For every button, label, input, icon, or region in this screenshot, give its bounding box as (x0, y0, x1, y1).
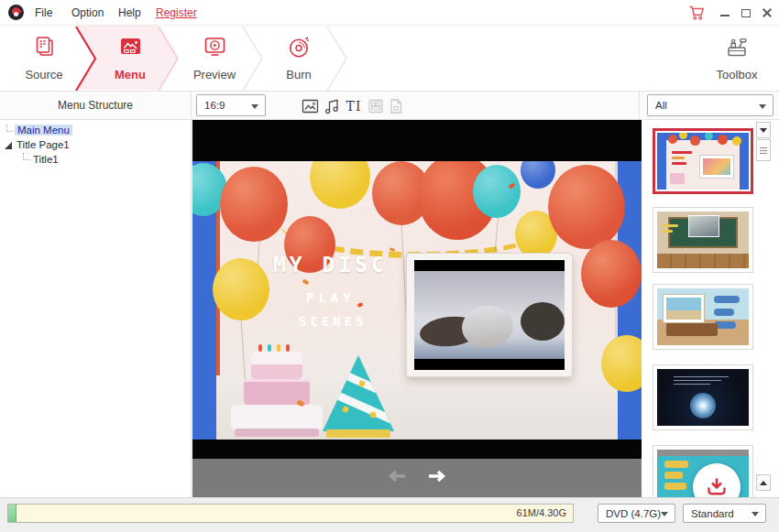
mini-disc (690, 393, 716, 418)
text-tool-icon: TI (346, 99, 362, 114)
candle (277, 344, 280, 352)
tree-branch-line (23, 153, 30, 160)
tree-item-title-page[interactable]: Title Page1 (0, 138, 70, 152)
party-hat-base (326, 429, 390, 438)
tab-menu-label: Menu (115, 68, 146, 81)
tree-expander-icon[interactable] (5, 142, 12, 149)
image-icon (301, 97, 320, 115)
mini-photo (688, 215, 719, 237)
mini-tv (699, 155, 734, 179)
menu-option[interactable]: Option (66, 0, 109, 26)
mini-text (672, 157, 685, 159)
app-logo-icon (8, 5, 24, 20)
template-category-select[interactable]: All (647, 94, 774, 116)
cake-tier (251, 352, 302, 379)
menu-icon (118, 35, 143, 62)
tab-menu[interactable]: Menu (88, 26, 172, 91)
template-birthday-selected[interactable] (653, 128, 753, 194)
menu-file[interactable]: File (29, 0, 58, 26)
cake-base (235, 429, 319, 437)
tree-item-title-page-label: Title Page1 (16, 139, 70, 150)
play-menu-text[interactable]: PLAY (306, 290, 356, 305)
video-frame[interactable] (406, 253, 573, 377)
tab-burn[interactable]: Burn (257, 26, 341, 91)
tab-source[interactable]: Source (2, 26, 86, 91)
chevron-down-icon (251, 104, 258, 113)
video-thumbnail-seals (414, 271, 565, 359)
template-scrollbar[interactable] (755, 120, 772, 497)
mini-label (714, 296, 740, 303)
toolbox-label: Toolbox (717, 68, 758, 81)
party-hat-cone (323, 355, 394, 431)
mini-floor (657, 254, 749, 268)
background-music-button[interactable] (321, 95, 343, 117)
chevron-down-icon (752, 512, 759, 520)
seal-shape (521, 302, 565, 341)
tree-item-main-menu[interactable]: Main Menu (0, 124, 72, 137)
template-beach[interactable] (653, 284, 753, 350)
close-button[interactable] (759, 5, 775, 21)
maximize-button[interactable] (738, 5, 754, 21)
candle (258, 344, 262, 352)
balloon (220, 167, 288, 242)
mini-photo-frame (663, 294, 705, 323)
preview-icon (203, 35, 227, 62)
cart-icon[interactable] (688, 5, 707, 21)
mini-balloon (705, 133, 713, 140)
tab-source-label: Source (25, 68, 62, 81)
capacity-label: 61M/4.30G (517, 505, 566, 522)
cake-tier (231, 405, 323, 430)
mini-label (664, 472, 683, 479)
mini-balloon (690, 136, 700, 146)
candle (268, 344, 271, 352)
toolbox-icon (724, 35, 750, 63)
burn-disc-icon (287, 35, 312, 62)
mini-balloon (718, 135, 728, 145)
letterbox-bottom (192, 440, 642, 459)
party-hat (323, 355, 394, 440)
quality-select[interactable]: Standard (683, 504, 766, 523)
template-gallery (642, 120, 779, 497)
template-category-value: All (655, 100, 667, 111)
register-link[interactable]: Register (150, 0, 203, 26)
disc-type-select[interactable]: DVD (4.7G) (598, 504, 675, 523)
template-classroom[interactable] (653, 207, 753, 273)
mini-label (664, 461, 688, 468)
toolbox-button[interactable]: Toolbox (693, 26, 779, 91)
mini-text-line (674, 384, 710, 385)
mini-label (664, 483, 686, 490)
background-image-button[interactable] (299, 95, 321, 117)
next-page-arrow[interactable] (426, 469, 448, 487)
balloon (548, 165, 625, 249)
previous-page-arrow-disabled (386, 469, 408, 487)
chevron-down-icon (661, 512, 668, 520)
minimize-button[interactable] (717, 5, 733, 21)
tab-preview[interactable]: Preview (172, 26, 257, 91)
balloon (473, 165, 521, 218)
aspect-ratio-select[interactable]: 16:9 (196, 94, 266, 116)
mini-text-line (674, 380, 721, 381)
mini-text (662, 224, 678, 227)
scroll-down-button[interactable] (756, 474, 771, 491)
wizard-steps-bar: Source Menu Preview Burn Toolbox (0, 26, 779, 92)
mini-label (714, 309, 734, 316)
text-tool-button[interactable]: TI (343, 95, 365, 117)
scroll-up-button[interactable] (756, 122, 771, 138)
file-icon (387, 97, 405, 115)
tree-item-title1[interactable]: Title1 (0, 153, 59, 167)
menu-help[interactable]: Help (113, 0, 147, 26)
scenes-menu-text[interactable]: SCENES (299, 314, 368, 329)
menu-structure-panel: Main Menu Title Page1 Title1 (0, 120, 192, 497)
menu-template-scene[interactable]: MY DISC PLAY SCENES (192, 161, 642, 440)
tab-burn-label: Burn (286, 68, 311, 81)
template-disc-night[interactable] (653, 364, 753, 430)
tree-branch-line (6, 125, 14, 132)
candle (286, 344, 290, 352)
quality-value: Standard (691, 508, 734, 519)
mini-balloon (679, 133, 687, 139)
mini-suitcase (666, 323, 718, 336)
mini-balloon (668, 135, 677, 144)
letterbox-top (192, 120, 642, 161)
scrollbar-thumb[interactable] (756, 139, 771, 161)
disc-title-text[interactable]: MY DISC (273, 253, 388, 277)
